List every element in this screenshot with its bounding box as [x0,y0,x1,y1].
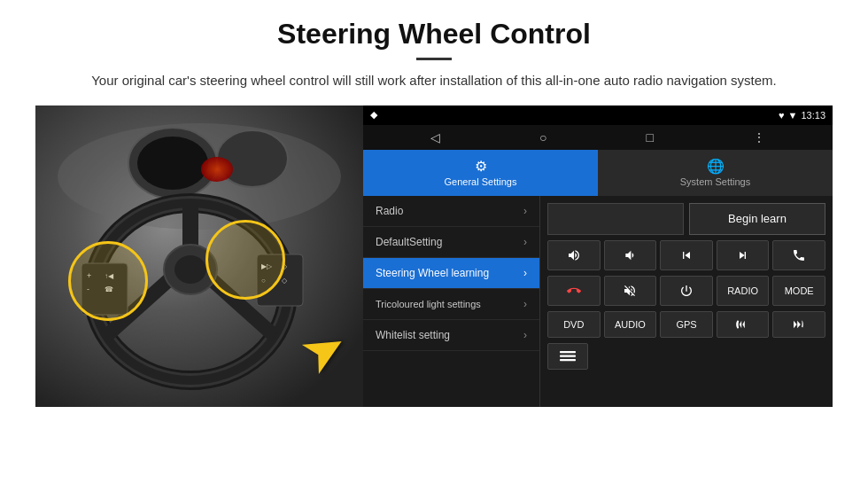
back-icon[interactable]: ◁ [430,130,440,145]
skip-forward-button[interactable] [772,311,825,338]
chevron-icon: › [523,267,527,279]
content-panel: Begin learn [540,196,833,407]
radio-label-button[interactable]: RADIO [717,276,770,306]
menu-list: Radio › DefaultSetting › Steering Wheel … [363,196,833,407]
svg-rect-28 [560,351,576,353]
status-time: 13:13 [801,110,825,121]
mode-button[interactable]: MODE [772,276,825,306]
svg-marker-25 [742,320,744,327]
steering-panel: + ↑◀ - ☎ ▶▷ ◇ ○ ◇ ➤ [35,105,363,407]
system-icon: 🌐 [707,158,725,175]
circle-right-highlight [205,220,285,300]
circle-left-highlight [68,241,148,321]
title-divider [416,58,452,60]
home-icon[interactable]: ○ [539,130,546,145]
svg-marker-24 [739,320,740,327]
menu-list-icon-button[interactable] [547,343,588,370]
svg-marker-26 [794,320,797,327]
next-track-icon [736,248,750,262]
menu-item-default[interactable]: DefaultSetting › [363,227,539,258]
svg-rect-30 [560,359,576,361]
tab-general-settings[interactable]: ⚙ General Settings [363,150,598,196]
svg-marker-27 [797,320,801,327]
button-row3: DVD AUDIO GPS [547,311,825,338]
audio-button[interactable]: AUDIO [604,311,657,338]
gear-icon: ⚙ [475,158,487,175]
page-title: Steering Wheel Control [35,18,833,51]
mute-button[interactable] [604,276,657,306]
status-bar: ◆ ♥ ▼ 13:13 [363,105,833,125]
volume-up-icon [567,248,581,262]
power-icon [679,284,694,298]
tab-bar: ⚙ General Settings 🌐 System Settings [363,150,833,196]
nav-bar: ◁ ○ □ ⋮ [363,125,833,150]
dvd-text: DVD [563,319,584,330]
empty-input-box [547,203,684,235]
menu-item-steering[interactable]: Steering Wheel learning › [363,258,539,289]
menu-item-whitelist[interactable]: Whitelist setting › [363,320,539,351]
menu-item-radio[interactable]: Radio › [363,196,539,227]
skip-forward-icon [791,318,807,331]
steering-bg: + ↑◀ - ☎ ▶▷ ◇ ○ ◇ ➤ [35,105,363,407]
subtitle: Your original car's steering wheel contr… [35,71,833,91]
hang-up-button[interactable] [547,276,601,306]
svg-text:◇: ◇ [282,277,288,285]
power-button[interactable] [660,276,713,306]
svg-rect-29 [560,355,576,356]
mode-text: MODE [785,285,814,296]
phone-prev-icon [735,318,751,331]
hang-up-icon [567,284,581,298]
menu-items: Radio › DefaultSetting › Steering Wheel … [363,196,540,407]
radio-row: Begin learn [547,203,825,235]
android-panel: ◆ ♥ ▼ 13:13 ◁ ○ □ ⋮ ⚙ General Settings [363,105,833,407]
tab-general-label: General Settings [445,176,517,187]
svg-point-13 [174,255,206,284]
svg-point-3 [137,137,208,190]
volume-down-icon [623,248,637,262]
button-grid-row2: RADIO MODE [547,276,825,306]
menu-item-tricoloured[interactable]: Tricoloured light settings › [363,289,539,320]
chevron-icon: › [523,236,527,248]
phone-button[interactable] [772,240,825,270]
prev-track-button[interactable] [660,240,713,270]
chevron-icon: › [523,329,527,341]
mute-icon [623,284,637,298]
tab-system-settings[interactable]: 🌐 System Settings [598,150,833,196]
last-row [547,343,825,370]
next-track-button[interactable] [717,240,770,270]
begin-learn-button[interactable]: Begin learn [689,203,825,235]
gps-text: GPS [676,319,696,330]
volume-up-button[interactable] [547,240,601,270]
chevron-icon: › [523,205,527,217]
chevron-icon: › [523,298,527,310]
volume-down-button[interactable] [604,240,657,270]
svg-point-5 [201,157,233,182]
phone-prev-button[interactable] [717,311,770,338]
gps-button[interactable]: GPS [660,311,713,338]
main-content: + ↑◀ - ☎ ▶▷ ◇ ○ ◇ ➤ [35,105,833,407]
page-wrapper: Steering Wheel Control Your original car… [0,0,868,425]
audio-text: AUDIO [615,319,646,330]
menu-icon[interactable]: ⋮ [753,130,765,145]
prev-track-icon [679,248,694,262]
status-icons: ♥ ▼ 13:13 [779,110,825,121]
signal-icon: ♥ [779,110,785,121]
list-icon [560,350,576,363]
wifi-icon: ▼ [788,110,798,121]
tab-system-label: System Settings [680,176,750,187]
recents-icon[interactable]: □ [647,130,654,145]
phone-icon [792,248,806,262]
radio-text: RADIO [727,285,758,296]
status-location-icon: ◆ [370,109,377,121]
button-grid-row1 [547,240,825,270]
dvd-button[interactable]: DVD [547,311,601,338]
